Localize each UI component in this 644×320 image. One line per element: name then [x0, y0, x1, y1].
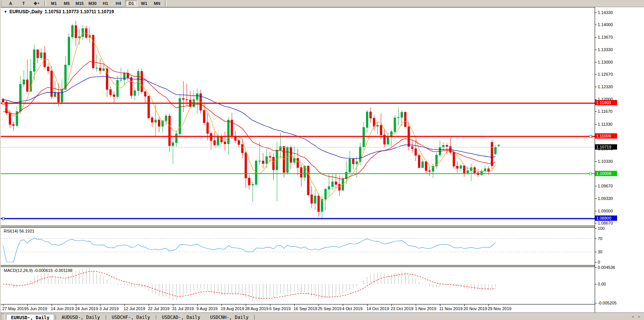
axis-tick — [595, 62, 597, 62]
chart-tab-eurusd[interactable]: EURUSD-, Daily — [6, 314, 54, 320]
date-tick — [391, 304, 392, 306]
date-tick — [27, 304, 28, 306]
timeframe-h4-button[interactable]: H4 — [112, 0, 124, 7]
price-tick-label: 1.13000 — [598, 60, 613, 64]
date-tick — [270, 304, 270, 306]
price-tick-label: 1.08670 — [598, 221, 613, 225]
toolbar-separator — [44, 1, 46, 6]
candlestick-chart-panel[interactable]: ▼ EURUSD-,Daily 1.10753 1.10773 1.10711 … — [1, 7, 595, 226]
chart-quotes-label: 1.10753 1.10773 1.10711 1.10719 — [45, 9, 114, 14]
macd-axis-label: -0.005205 — [598, 301, 617, 305]
date-tick-label: 3 Jul 2019 — [99, 306, 119, 311]
timeframe-m5-button[interactable]: M5 — [61, 0, 73, 7]
rsi-label: RSI(14) 56.1921 — [4, 229, 35, 233]
rsi-axis-label: 70 — [598, 236, 602, 241]
axis-tick — [595, 74, 597, 75]
axis-tick — [595, 223, 597, 223]
chart-area: ▼ EURUSD-,Daily 1.10753 1.10773 1.10711 … — [1, 7, 595, 312]
chart-dropdown-icon[interactable]: ▼ — [4, 10, 7, 14]
date-tick-label: 31 Jul 2019 — [172, 306, 194, 311]
date-tick-label: 9 Aug 2019 — [196, 306, 218, 311]
panel-divider[interactable] — [1, 265, 644, 267]
caret-down-icon: ▾ — [38, 2, 39, 5]
rsi-axis-label: 100 — [598, 226, 605, 231]
tab-separator: | — [105, 314, 106, 320]
date-tick — [343, 304, 343, 306]
arrow-a-tool-button[interactable]: A — [5, 0, 17, 7]
date-tick — [76, 304, 76, 306]
chart-symbol-label: EURUSD-,Daily — [9, 9, 42, 14]
date-tick-label: 11 Nov 2019 — [439, 306, 463, 311]
timeframe-h1-button[interactable]: H1 — [99, 0, 112, 7]
date-tick — [3, 304, 3, 306]
axis-tick — [595, 99, 597, 100]
date-tick-label: 12 Jul 2019 — [124, 306, 145, 311]
rsi-axis-label: 0 — [598, 260, 600, 264]
text-tool-button[interactable]: T — [17, 0, 30, 7]
date-tick-label: 19 Aug 2019 — [221, 306, 244, 311]
chart-title: ▼ EURUSD-,Daily 1.10753 1.10773 1.10711 … — [4, 9, 114, 14]
date-tick-label: 14 Oct 2019 — [366, 306, 389, 311]
price-badge-1.10719: 1.10719 — [595, 144, 617, 150]
axis-tick — [595, 186, 597, 186]
price-badge-1.10008: 1.10008 — [595, 171, 617, 176]
price-badge-1.08800: 1.08800 — [595, 215, 617, 221]
chart-tab-usdchf[interactable]: USDCHF-, Daily — [107, 314, 155, 320]
axis-tick — [595, 228, 597, 229]
timeframe-m15-button[interactable]: M15 — [74, 0, 86, 7]
axis-tick — [595, 198, 597, 199]
date-tick — [149, 304, 149, 306]
rsi-panel[interactable]: RSI(14) 56.1921 — [1, 228, 595, 265]
axis-tick — [595, 239, 597, 239]
price-badge-1.11903: 1.11903 — [595, 100, 617, 105]
macd-label: MACD(12,26,9) -0.000615 -0.001198 — [4, 268, 72, 273]
axis-tick — [595, 50, 597, 50]
date-tick-label: 20 Nov 2019 — [463, 306, 487, 311]
date-tick — [197, 304, 198, 306]
rsi-chart-svg[interactable] — [1, 228, 595, 265]
date-tick — [416, 304, 416, 306]
axis-tick — [595, 124, 597, 125]
chart-tab-bar: EURUSD-, Daily|AUDUSD-, Daily|USDCHF-, D… — [0, 312, 644, 320]
price-tick-label: 1.12670 — [598, 72, 613, 76]
rsi-axis-label: 30 — [598, 250, 602, 254]
candlestick-chart-svg[interactable] — [1, 8, 595, 226]
timeframe-mn-button[interactable]: MN — [151, 0, 163, 7]
axis-tick — [595, 262, 597, 262]
price-axis[interactable]: 1.143301.140001.136701.133301.130001.126… — [595, 7, 644, 312]
macd-chart-svg[interactable] — [1, 267, 595, 304]
tab-bar-grip[interactable] — [1, 314, 5, 320]
axis-tick — [595, 211, 597, 211]
price-tick-label: 1.10330 — [598, 159, 613, 164]
tab-scroll-right-icon[interactable]: ► — [636, 314, 642, 319]
price-tick-label: 1.09000 — [598, 209, 613, 213]
date-tick — [173, 304, 173, 306]
date-tick-label: 22 Jul 2019 — [148, 306, 170, 311]
timeframe-m30-button[interactable]: M30 — [86, 0, 99, 7]
timeframe-d1-button[interactable]: D1 — [125, 0, 137, 7]
tab-separator: | — [156, 314, 157, 320]
macd-panel[interactable]: MACD(12,26,9) -0.000615 -0.001198 — [1, 267, 595, 304]
date-tick-label: 28 Aug 2019 — [245, 306, 269, 311]
panel-divider[interactable] — [1, 226, 644, 228]
toolbar-grip[interactable] — [1, 1, 3, 6]
date-axis[interactable]: 27 May 20195 Jun 201914 Jun 201924 Jun 2… — [1, 304, 595, 313]
timeframe-w1-button[interactable]: W1 — [138, 0, 150, 7]
price-tick-label: 1.09670 — [598, 184, 613, 188]
date-tick-label: 23 Oct 2019 — [391, 306, 413, 311]
chart-tab-usdcnh[interactable]: USDCNH-, Daily — [206, 314, 253, 320]
price-tick-label: 1.13330 — [598, 47, 613, 52]
cursor-tool-button[interactable]: ✥▾ — [30, 0, 42, 7]
axis-tick — [595, 87, 597, 87]
tab-scroll-left-icon[interactable]: ◄ — [630, 314, 636, 319]
date-tick — [294, 304, 295, 306]
price-tick-label: 1.12330 — [598, 84, 613, 89]
date-tick-label: 14 Jun 2019 — [51, 306, 74, 311]
date-tick — [367, 304, 368, 306]
timeframe-m1-button[interactable]: M1 — [48, 0, 60, 7]
date-tick — [319, 304, 319, 306]
price-tick-label: 1.11330 — [598, 122, 613, 126]
chart-tab-audusd[interactable]: AUDUSD-, Daily — [57, 314, 104, 320]
date-tick — [100, 304, 101, 306]
chart-tab-usdcad[interactable]: USDCAD-, Daily — [157, 314, 205, 320]
